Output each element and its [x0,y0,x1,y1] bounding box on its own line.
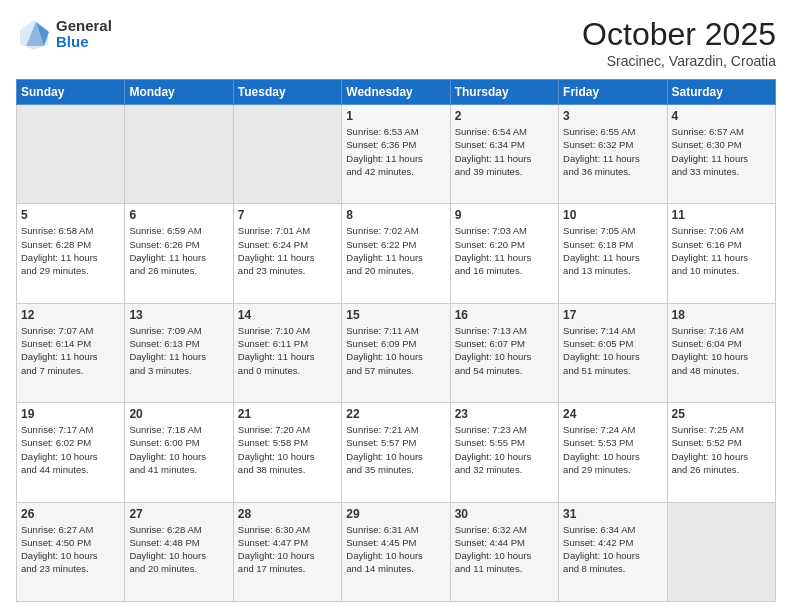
day-cell: 20Sunrise: 7:18 AM Sunset: 6:00 PM Dayli… [125,403,233,502]
day-cell: 11Sunrise: 7:06 AM Sunset: 6:16 PM Dayli… [667,204,775,303]
day-number: 30 [455,507,554,521]
day-cell [17,105,125,204]
day-cell: 10Sunrise: 7:05 AM Sunset: 6:18 PM Dayli… [559,204,667,303]
day-number: 13 [129,308,228,322]
week-row-1: 5Sunrise: 6:58 AM Sunset: 6:28 PM Daylig… [17,204,776,303]
col-thursday: Thursday [450,80,558,105]
col-wednesday: Wednesday [342,80,450,105]
day-number: 12 [21,308,120,322]
day-info: Sunrise: 6:59 AM Sunset: 6:26 PM Dayligh… [129,224,228,277]
day-number: 21 [238,407,337,421]
day-cell: 8Sunrise: 7:02 AM Sunset: 6:22 PM Daylig… [342,204,450,303]
day-number: 18 [672,308,771,322]
day-cell: 3Sunrise: 6:55 AM Sunset: 6:32 PM Daylig… [559,105,667,204]
day-info: Sunrise: 6:54 AM Sunset: 6:34 PM Dayligh… [455,125,554,178]
day-info: Sunrise: 7:21 AM Sunset: 5:57 PM Dayligh… [346,423,445,476]
day-number: 16 [455,308,554,322]
day-number: 26 [21,507,120,521]
day-info: Sunrise: 7:06 AM Sunset: 6:16 PM Dayligh… [672,224,771,277]
day-number: 9 [455,208,554,222]
day-number: 15 [346,308,445,322]
day-number: 19 [21,407,120,421]
day-info: Sunrise: 7:11 AM Sunset: 6:09 PM Dayligh… [346,324,445,377]
week-row-2: 12Sunrise: 7:07 AM Sunset: 6:14 PM Dayli… [17,303,776,402]
day-info: Sunrise: 7:23 AM Sunset: 5:55 PM Dayligh… [455,423,554,476]
day-info: Sunrise: 7:20 AM Sunset: 5:58 PM Dayligh… [238,423,337,476]
day-number: 20 [129,407,228,421]
day-number: 3 [563,109,662,123]
day-info: Sunrise: 7:17 AM Sunset: 6:02 PM Dayligh… [21,423,120,476]
col-sunday: Sunday [17,80,125,105]
calendar-body: 1Sunrise: 6:53 AM Sunset: 6:36 PM Daylig… [17,105,776,602]
day-number: 4 [672,109,771,123]
day-info: Sunrise: 6:30 AM Sunset: 4:47 PM Dayligh… [238,523,337,576]
day-cell [125,105,233,204]
day-cell: 16Sunrise: 7:13 AM Sunset: 6:07 PM Dayli… [450,303,558,402]
day-info: Sunrise: 7:18 AM Sunset: 6:00 PM Dayligh… [129,423,228,476]
day-info: Sunrise: 6:32 AM Sunset: 4:44 PM Dayligh… [455,523,554,576]
day-info: Sunrise: 7:16 AM Sunset: 6:04 PM Dayligh… [672,324,771,377]
day-info: Sunrise: 7:01 AM Sunset: 6:24 PM Dayligh… [238,224,337,277]
day-number: 29 [346,507,445,521]
day-number: 24 [563,407,662,421]
day-number: 17 [563,308,662,322]
day-cell: 12Sunrise: 7:07 AM Sunset: 6:14 PM Dayli… [17,303,125,402]
day-info: Sunrise: 6:34 AM Sunset: 4:42 PM Dayligh… [563,523,662,576]
day-info: Sunrise: 7:03 AM Sunset: 6:20 PM Dayligh… [455,224,554,277]
day-number: 28 [238,507,337,521]
day-cell: 29Sunrise: 6:31 AM Sunset: 4:45 PM Dayli… [342,502,450,601]
day-cell: 17Sunrise: 7:14 AM Sunset: 6:05 PM Dayli… [559,303,667,402]
day-info: Sunrise: 7:13 AM Sunset: 6:07 PM Dayligh… [455,324,554,377]
day-number: 14 [238,308,337,322]
calendar-header: Sunday Monday Tuesday Wednesday Thursday… [17,80,776,105]
week-row-4: 26Sunrise: 6:27 AM Sunset: 4:50 PM Dayli… [17,502,776,601]
location: Sracinec, Varazdin, Croatia [582,53,776,69]
day-info: Sunrise: 6:31 AM Sunset: 4:45 PM Dayligh… [346,523,445,576]
day-cell: 27Sunrise: 6:28 AM Sunset: 4:48 PM Dayli… [125,502,233,601]
day-cell: 5Sunrise: 6:58 AM Sunset: 6:28 PM Daylig… [17,204,125,303]
day-cell: 30Sunrise: 6:32 AM Sunset: 4:44 PM Dayli… [450,502,558,601]
header: General Blue October 2025 Sracinec, Vara… [16,16,776,69]
day-cell: 1Sunrise: 6:53 AM Sunset: 6:36 PM Daylig… [342,105,450,204]
day-cell: 6Sunrise: 6:59 AM Sunset: 6:26 PM Daylig… [125,204,233,303]
day-info: Sunrise: 7:14 AM Sunset: 6:05 PM Dayligh… [563,324,662,377]
day-number: 27 [129,507,228,521]
day-number: 31 [563,507,662,521]
day-info: Sunrise: 6:58 AM Sunset: 6:28 PM Dayligh… [21,224,120,277]
day-cell: 24Sunrise: 7:24 AM Sunset: 5:53 PM Dayli… [559,403,667,502]
day-info: Sunrise: 6:27 AM Sunset: 4:50 PM Dayligh… [21,523,120,576]
day-cell: 14Sunrise: 7:10 AM Sunset: 6:11 PM Dayli… [233,303,341,402]
day-number: 11 [672,208,771,222]
day-cell: 31Sunrise: 6:34 AM Sunset: 4:42 PM Dayli… [559,502,667,601]
logo-general-text: General [56,18,112,35]
day-cell: 22Sunrise: 7:21 AM Sunset: 5:57 PM Dayli… [342,403,450,502]
week-row-0: 1Sunrise: 6:53 AM Sunset: 6:36 PM Daylig… [17,105,776,204]
col-saturday: Saturday [667,80,775,105]
col-friday: Friday [559,80,667,105]
day-number: 1 [346,109,445,123]
col-monday: Monday [125,80,233,105]
logo: General Blue [16,16,112,52]
day-cell: 26Sunrise: 6:27 AM Sunset: 4:50 PM Dayli… [17,502,125,601]
day-number: 8 [346,208,445,222]
day-cell [233,105,341,204]
day-cell: 21Sunrise: 7:20 AM Sunset: 5:58 PM Dayli… [233,403,341,502]
header-row: Sunday Monday Tuesday Wednesday Thursday… [17,80,776,105]
day-info: Sunrise: 7:05 AM Sunset: 6:18 PM Dayligh… [563,224,662,277]
day-number: 10 [563,208,662,222]
month-title: October 2025 [582,16,776,53]
day-cell: 4Sunrise: 6:57 AM Sunset: 6:30 PM Daylig… [667,105,775,204]
day-cell: 7Sunrise: 7:01 AM Sunset: 6:24 PM Daylig… [233,204,341,303]
day-cell [667,502,775,601]
week-row-3: 19Sunrise: 7:17 AM Sunset: 6:02 PM Dayli… [17,403,776,502]
day-cell: 9Sunrise: 7:03 AM Sunset: 6:20 PM Daylig… [450,204,558,303]
day-number: 23 [455,407,554,421]
calendar-table: Sunday Monday Tuesday Wednesday Thursday… [16,79,776,602]
day-cell: 25Sunrise: 7:25 AM Sunset: 5:52 PM Dayli… [667,403,775,502]
day-number: 25 [672,407,771,421]
day-cell: 23Sunrise: 7:23 AM Sunset: 5:55 PM Dayli… [450,403,558,502]
day-cell: 15Sunrise: 7:11 AM Sunset: 6:09 PM Dayli… [342,303,450,402]
day-info: Sunrise: 6:57 AM Sunset: 6:30 PM Dayligh… [672,125,771,178]
day-info: Sunrise: 6:55 AM Sunset: 6:32 PM Dayligh… [563,125,662,178]
logo-text: General Blue [56,18,112,51]
